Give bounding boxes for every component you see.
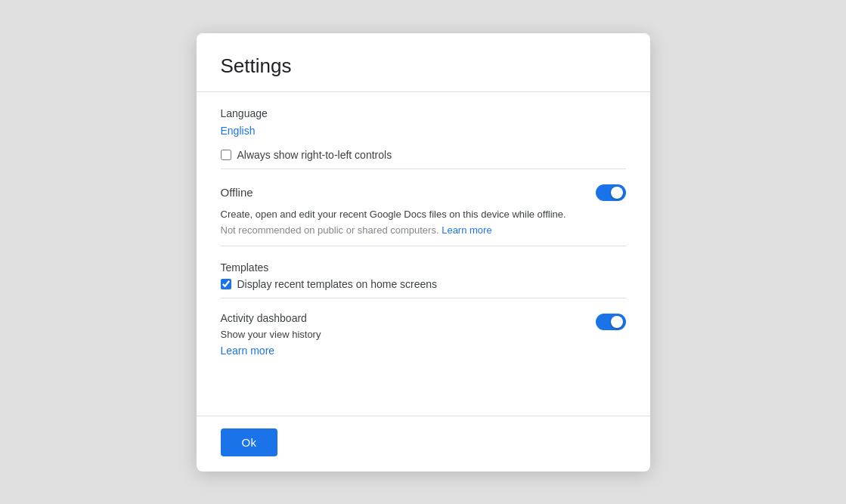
activity-label: Activity dashboard [221,312,321,324]
offline-section: Offline Create, open and edit your recen… [221,169,626,246]
offline-description: Create, open and edit your recent Google… [221,207,626,222]
activity-toggle-row: Activity dashboard Show your view histor… [221,312,626,357]
backdrop: Settings Language English Always show ri… [0,0,846,504]
dialog-title: Settings [221,54,626,78]
activity-toggle[interactable] [596,314,626,330]
rtl-checkbox-row: Always show right-to-left controls [221,149,626,161]
offline-sub-description: Not recommended on public or shared comp… [221,223,626,238]
ok-button[interactable]: Ok [221,428,278,456]
templates-label: Templates [221,261,626,274]
activity-description: Show your view history [221,329,321,340]
offline-toggle-slider [596,184,626,201]
offline-toggle-row: Offline [221,184,626,201]
templates-checkbox[interactable] [221,279,231,289]
activity-text-block: Activity dashboard Show your view histor… [221,312,321,357]
activity-section: Activity dashboard Show your view histor… [221,298,626,370]
language-label: Language [221,107,626,119]
dialog-footer: Ok [197,416,650,472]
dialog-body: Language English Always show right-to-le… [197,92,650,416]
rtl-checkbox[interactable] [221,150,231,160]
rtl-checkbox-label[interactable]: Always show right-to-left controls [237,149,392,161]
offline-learn-more-link[interactable]: Learn more [442,224,491,236]
activity-learn-more-link[interactable]: Learn more [221,345,321,357]
language-section: Language English Always show right-to-le… [221,92,626,169]
templates-checkbox-label[interactable]: Display recent templates on home screens [237,278,438,290]
settings-dialog: Settings Language English Always show ri… [197,33,650,472]
offline-label: Offline [221,186,253,199]
language-value-link[interactable]: English [221,125,256,137]
dialog-header: Settings [197,33,650,92]
templates-checkbox-row: Display recent templates on home screens [221,278,626,290]
templates-section: Templates Display recent templates on ho… [221,246,626,298]
offline-toggle[interactable] [596,184,626,201]
activity-toggle-slider [596,314,626,330]
